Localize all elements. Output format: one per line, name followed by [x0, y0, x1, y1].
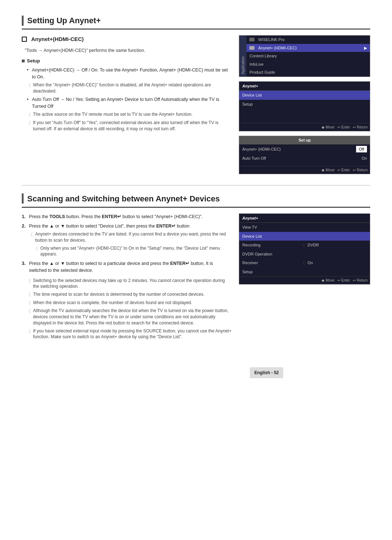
tools-note: "Tools → Anynet+(HDMI-CEC)" performs the… [25, 47, 232, 54]
app-menu-item-infolive: InfoLive [246, 60, 370, 69]
setup-footer: ◆ Move ↵ Enter ↩ Return [239, 166, 370, 174]
setup-autooff-row: Auto Turn Off On [239, 154, 370, 163]
arrow-icon: ▶ [364, 45, 367, 51]
device-device-list: Device List [239, 232, 370, 241]
device-receiver: Receiver : On [239, 258, 370, 267]
note-icon-1: 〔 [27, 82, 31, 89]
note-icon-step2-1: 〔 [29, 232, 33, 238]
section2-text-col: 1. Press the TOOLS button. Press the ENT… [22, 213, 232, 342]
bn-icon-3: 〔 [27, 300, 31, 306]
subsection-title: Anynet+(HDMI-CEC) [22, 35, 232, 44]
bottom-notes: 〔 Switching to the selected devices may … [22, 278, 232, 340]
bn-icon-4: 〔 [27, 308, 31, 314]
square-bullet-icon [22, 60, 25, 62]
bn-icon-1: 〔 [27, 278, 31, 284]
setup-bullets-2: Auto Turn Off → No / Yes: Setting an Any… [27, 96, 232, 110]
device-dvdr-op: DVDR Operation [239, 250, 370, 259]
app-menu-item-content: Content Library [246, 52, 370, 60]
page-footer: English - 52 [250, 367, 283, 378]
anynet-brand-header: Anynet+ [239, 82, 370, 91]
setup-bullets: Anynet+(HDMI-CEC) → Off / On: To use the… [27, 67, 232, 81]
bn-icon-5: 〔 [27, 328, 31, 335]
section2-title: Scanning and Switching between Anynet+ D… [22, 193, 370, 208]
section1-title: Setting Up Anynet+ [22, 15, 370, 29]
bottom-note-3: 〔 When the device scan is complete, the … [27, 300, 232, 306]
step2-note2: 〔 Only when you set "Anynet+ (HDMI-CEC)"… [34, 245, 232, 258]
note-icon-2: 〔 [27, 112, 31, 118]
note-item-3: 〔 If you set "Auto Turn Off" to "Yes", c… [27, 120, 232, 132]
steps-list: 1. Press the TOOLS button. Press the ENT… [22, 213, 232, 274]
note-item-1: 〔 When the "Anynet+ (HDMI-CEC)" function… [27, 82, 232, 94]
checkbox-icon [22, 37, 27, 42]
step-1: 1. Press the TOOLS button. Press the ENT… [22, 213, 232, 220]
section2-ui-col: Anynet+ View TV Device List Recording [239, 213, 370, 342]
setup-header: Set up [239, 136, 370, 144]
anynet-device-list-item: Device List [239, 91, 370, 100]
device-list-screenshot: Anynet+ View TV Device List Recording [239, 213, 370, 285]
app-menu-item-wiselink: WISELINK Pro [246, 36, 370, 44]
section-divider [22, 185, 370, 185]
app-menu-screenshot: Application WISELINK Pro Anynet+ (HDMI-C… [239, 35, 370, 77]
bottom-note-4: 〔 Although the TV automatically searches… [27, 308, 232, 326]
app-menu-item-anynet: Anynet+ (HDMI-CEC) ▶ [246, 44, 370, 52]
anynet-setup-item: Setup [239, 100, 370, 109]
section1-ui-col: Application WISELINK Pro Anynet+ (HDMI-C… [239, 35, 370, 174]
bottom-note-5: 〔 If you have selected external input mo… [27, 328, 232, 340]
anynet-menu-screenshot: Anynet+ Device List Setup ◆ Move ↵ Enter… [239, 81, 370, 132]
step2-note1: 〔 Anynet+ devices connected to the TV ar… [29, 231, 232, 244]
bn-icon-2: 〔 [27, 292, 31, 298]
step-3: 3. Press the ▲ or ▼ button to select to … [22, 260, 232, 274]
device-recording: Recording : DVDR [239, 241, 370, 250]
device-brand-header: Anynet+ [239, 214, 370, 223]
title-bar-decoration [22, 16, 24, 26]
title-bar-decoration-2 [22, 193, 24, 204]
bottom-note-2: 〔 The time required to scan for devices … [27, 291, 232, 298]
setup-menu-screenshot: Set up Anynet+ (HDMI-CEC) Off Auto Turn … [239, 136, 370, 174]
note-icon-step2-2: 〔 [34, 246, 38, 252]
app-sidebar-label: Application [239, 36, 246, 77]
bullet-item-2: Auto Turn Off → No / Yes: Setting an Any… [27, 96, 232, 110]
device-setup: Setup [239, 267, 370, 277]
step-2: 2. Press the ▲ or ▼ button to select "De… [22, 223, 232, 257]
device-footer: ◆ Move ↵ Enter ↩ Return [239, 276, 370, 284]
section1: Setting Up Anynet+ Anynet+(HDMI-CEC) "To… [22, 15, 370, 174]
setup-label: Setup [22, 57, 232, 65]
bullet-item: Anynet+(HDMI-CEC) → Off / On: To use the… [27, 67, 232, 81]
setup-hdmi-row: Anynet+ (HDMI-CEC) Off [239, 144, 370, 154]
bottom-note-1: 〔 Switching to the selected devices may … [27, 278, 232, 290]
section1-text-col: Anynet+(HDMI-CEC) "Tools → Anynet+(HDMI-… [22, 35, 232, 174]
device-view-tv: View TV [239, 223, 370, 232]
note-item-2: 〔 The active source on the TV remote mus… [27, 111, 232, 118]
app-menu-item-product: Product Guide [246, 68, 370, 77]
section2: Scanning and Switching between Anynet+ D… [22, 193, 370, 342]
anynet-footer: ◆ Move ↵ Enter ↩ Return [239, 123, 370, 131]
note-icon-3: 〔 [27, 120, 31, 126]
